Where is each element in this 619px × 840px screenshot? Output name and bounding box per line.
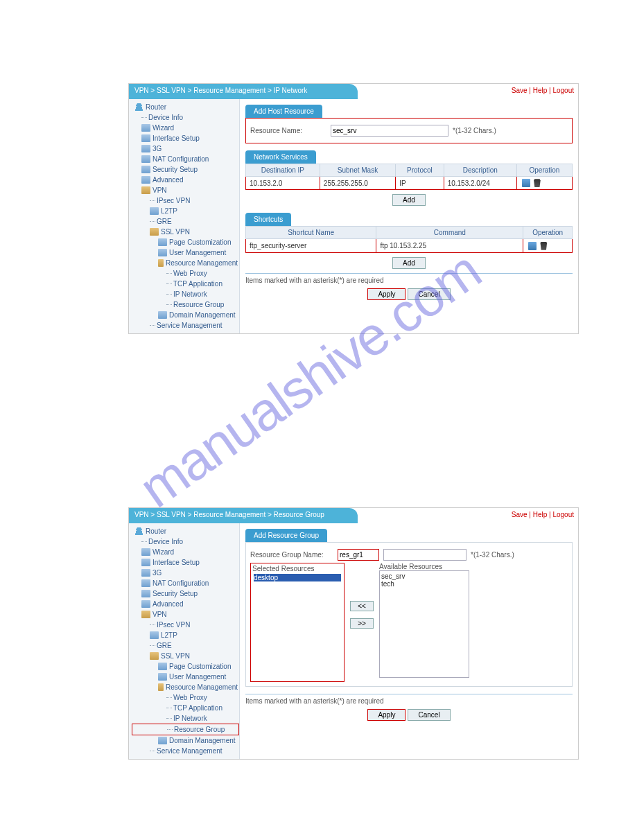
sidebar-item-l2tp[interactable]: L2TP <box>132 206 239 216</box>
sidebar-item-tcp-app[interactable]: TCP Application <box>132 703 239 713</box>
sidebar-item-device-info[interactable]: Device Info <box>132 536 239 547</box>
input-group-name[interactable] <box>338 549 379 561</box>
sidebar-item-sslvpn[interactable]: SSL VPN <box>132 227 239 237</box>
cell-operation <box>516 177 572 190</box>
sidebar-item-vpn[interactable]: VPN <box>132 185 239 195</box>
cell-shortcut-name: ftp_security-server <box>246 239 376 252</box>
cancel-button[interactable]: Cancel <box>408 288 450 300</box>
folder-open-icon <box>158 683 164 691</box>
link-help[interactable]: Help <box>533 511 548 518</box>
sidebar-item-ipsec[interactable]: IPsec VPN <box>132 195 239 206</box>
sidebar-item-gre[interactable]: GRE <box>132 640 239 651</box>
sidebar-item-interface[interactable]: Interface Setup <box>132 557 239 568</box>
dual-list: Selected Resources desktop << >> Availab… <box>250 563 568 682</box>
sidebar-item-ip-network[interactable]: IP Network <box>132 289 239 299</box>
tab-add-host-resource[interactable]: Add Host Resource <box>245 105 322 118</box>
sidebar-item-user-mgmt[interactable]: User Management <box>132 672 239 682</box>
sidebar-item-service-mgmt[interactable]: Service Management <box>132 746 239 756</box>
folder-icon <box>158 663 167 670</box>
tree-icon <box>150 624 155 625</box>
tab-shortcuts[interactable]: Shortcuts <box>245 213 291 226</box>
add-button[interactable]: Add <box>392 257 426 269</box>
link-save[interactable]: Save <box>512 511 528 518</box>
lbl: Domain Management <box>169 737 236 744</box>
table-header: Shortcut Name Command Operation <box>246 227 573 239</box>
sidebar-item-nat[interactable]: NAT Configuration <box>132 578 239 588</box>
tab-add-resource-group[interactable]: Add Resource Group <box>245 529 327 542</box>
sidebar-item-ip-network[interactable]: IP Network <box>132 713 239 724</box>
move-right-button[interactable]: >> <box>350 618 374 629</box>
tab-network-services[interactable]: Network Services <box>245 150 316 164</box>
input-group-name-ext[interactable] <box>383 549 467 561</box>
lbl: Resource Management <box>166 259 238 267</box>
lbl: Advanced <box>152 176 183 184</box>
sidebar-item-sslvpn[interactable]: SSL VPN <box>132 651 239 661</box>
th-dest-ip[interactable]: Destination IP <box>246 164 320 177</box>
sidebar-item-wizard[interactable]: Wizard <box>132 123 239 133</box>
sidebar-item-security[interactable]: Security Setup <box>132 164 239 175</box>
th-description[interactable]: Description <box>444 164 516 177</box>
sidebar-item-res-group[interactable]: Resource Group <box>132 299 239 310</box>
list-item[interactable]: sec_srv <box>381 572 467 580</box>
sidebar: Router Device Info Wizard Interface Setu… <box>129 99 240 333</box>
sidebar-item-domain-mgmt[interactable]: Domain Management <box>132 310 239 320</box>
sidebar-item-l2tp[interactable]: L2TP <box>132 630 239 640</box>
folder-icon <box>141 176 150 184</box>
sidebar-item-page-custom[interactable]: Page Customization <box>132 237 239 247</box>
sidebar-item-service-mgmt[interactable]: Service Management <box>132 320 239 331</box>
apply-button[interactable]: Apply <box>367 288 406 300</box>
hint-group-name: *(1-32 Chars.) <box>471 551 514 559</box>
user-icon <box>134 103 143 111</box>
sidebar-item-domain-mgmt[interactable]: Domain Management <box>132 735 239 746</box>
sidebar-item-interface[interactable]: Interface Setup <box>132 133 239 143</box>
sidebar-item-web-proxy[interactable]: Web Proxy <box>132 692 239 703</box>
lbl: Web Proxy <box>173 270 207 277</box>
folder-open-icon <box>158 259 164 267</box>
sidebar-item-res-group[interactable]: Resource Group <box>132 724 239 735</box>
sidebar-item-router[interactable]: Router <box>132 526 239 536</box>
tree-icon <box>167 729 173 730</box>
delete-icon[interactable] <box>539 242 548 250</box>
panel-shortcuts: Shortcut Name Command Operation ftp_secu… <box>245 226 573 299</box>
sidebar-item-device-info[interactable]: Device Info <box>132 112 239 123</box>
sidebar-item-3g[interactable]: 3G <box>132 143 239 154</box>
link-help[interactable]: Help <box>533 87 548 94</box>
sidebar-item-3g[interactable]: 3G <box>132 568 239 578</box>
apply-button[interactable]: Apply <box>367 709 406 721</box>
th-subnet[interactable]: Subnet Mask <box>320 164 395 177</box>
delete-icon[interactable] <box>533 179 541 187</box>
input-resource-name[interactable] <box>331 125 448 137</box>
sidebar-item-security[interactable]: Security Setup <box>132 588 239 599</box>
cancel-button[interactable]: Cancel <box>408 709 450 721</box>
sidebar-item-web-proxy[interactable]: Web Proxy <box>132 268 239 279</box>
tree-icon <box>150 325 155 326</box>
edit-icon[interactable] <box>522 179 530 187</box>
sidebar-item-res-mgmt[interactable]: Resource Management <box>132 682 239 692</box>
list-item[interactable]: desktop <box>254 574 341 581</box>
link-logout[interactable]: Logout <box>552 511 574 518</box>
add-button[interactable]: Add <box>392 194 426 206</box>
link-logout[interactable]: Logout <box>552 87 574 94</box>
listbox-selected[interactable]: desktop <box>252 572 342 680</box>
sidebar-item-gre[interactable]: GRE <box>132 216 239 227</box>
sidebar-item-advanced[interactable]: Advanced <box>132 175 239 185</box>
sidebar-item-wizard[interactable]: Wizard <box>132 547 239 557</box>
link-save[interactable]: Save <box>512 87 528 94</box>
move-left-button[interactable]: << <box>350 601 374 611</box>
sidebar-item-nat[interactable]: NAT Configuration <box>132 154 239 164</box>
sidebar-item-ipsec[interactable]: IPsec VPN <box>132 620 239 630</box>
sidebar-item-vpn[interactable]: VPN <box>132 609 239 620</box>
th-command[interactable]: Command <box>376 227 523 239</box>
sidebar-item-tcp-app[interactable]: TCP Application <box>132 279 239 289</box>
list-item[interactable]: tech <box>381 580 467 588</box>
edit-icon[interactable] <box>528 242 537 250</box>
sidebar-item-router[interactable]: Router <box>132 102 239 112</box>
th-protocol[interactable]: Protocol <box>396 164 444 177</box>
sidebar-item-advanced[interactable]: Advanced <box>132 599 239 609</box>
sidebar-item-res-mgmt[interactable]: Resource Management <box>132 258 239 268</box>
sidebar-item-page-custom[interactable]: Page Customization <box>132 661 239 672</box>
th-shortcut-name[interactable]: Shortcut Name <box>246 227 376 239</box>
label-resource-name: Resource Name: <box>250 127 326 134</box>
listbox-available[interactable]: sec_srv tech <box>379 570 469 678</box>
sidebar-item-user-mgmt[interactable]: User Management <box>132 247 239 258</box>
